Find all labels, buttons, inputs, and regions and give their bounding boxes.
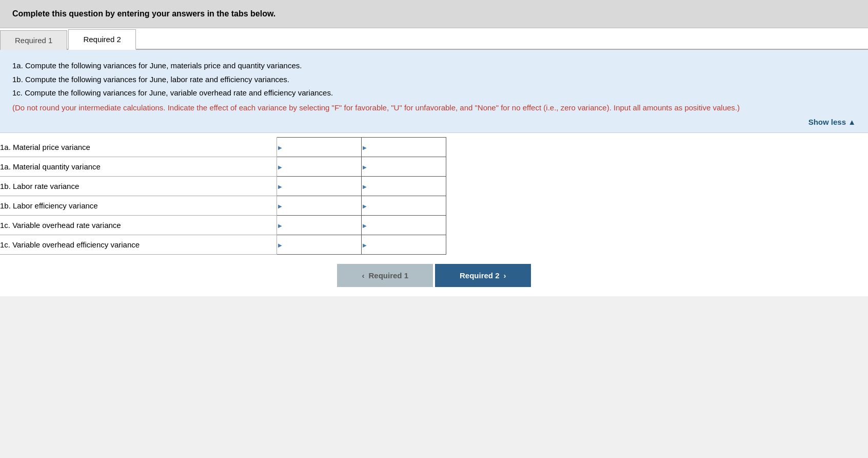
variance-effect-cell-5[interactable]: ▶ [362,235,446,255]
prev-button[interactable]: ‹ Required 1 [337,264,433,287]
cell-arrow-icon: ▶ [363,164,367,169]
row-label-1: 1a. Material quantity variance [0,157,277,177]
variance-effect-cell-0[interactable]: ▶ [362,138,446,157]
instruction-line-3: 1c. Compute the following variances for … [12,87,856,99]
variance-effect-cell-3[interactable]: ▶ [362,196,446,216]
table-row: 1c. Variable overhead efficiency varianc… [0,235,446,255]
next-button[interactable]: Required 2 › [435,264,531,287]
prev-arrow-icon: ‹ [362,271,364,280]
instruction-box: 1a. Compute the following variances for … [0,50,868,133]
row-label-2: 1b. Labor rate variance [0,177,277,196]
variance-amount-input-4[interactable] [277,216,361,235]
variance-amount-cell-2[interactable]: ▶ [277,177,362,196]
variance-effect-input-5[interactable] [362,235,446,254]
table-row: 1c. Variable overhead rate variance▶▶ [0,216,446,235]
variance-effect-input-0[interactable] [362,138,446,157]
prev-button-label: Required 1 [368,271,408,280]
table-row: 1b. Labor rate variance▶▶ [0,177,446,196]
content-area: 1a. Material price variance▶▶1a. Materia… [0,133,868,296]
row-label-3: 1b. Labor efficiency variance [0,196,277,216]
row-label-5: 1c. Variable overhead efficiency varianc… [0,235,277,255]
variance-effect-input-3[interactable] [362,196,446,215]
instruction-warning: (Do not round your intermediate calculat… [12,102,856,114]
variance-effect-input-4[interactable] [362,216,446,235]
cell-arrow-icon: ▶ [278,203,282,208]
variance-effect-input-1[interactable] [362,157,446,176]
table-row: 1a. Material price variance▶▶ [0,138,446,157]
cell-arrow-icon: ▶ [278,164,282,169]
variance-amount-input-3[interactable] [277,196,361,215]
row-label-0: 1a. Material price variance [0,138,277,157]
tabs-bar: Required 1 Required 2 [0,28,868,50]
cell-arrow-icon: ▶ [363,242,367,247]
variance-effect-input-2[interactable] [362,177,446,196]
tab-required-1[interactable]: Required 1 [0,30,67,50]
cell-arrow-icon: ▶ [363,203,367,208]
variance-amount-input-0[interactable] [277,138,361,157]
table-row: 1a. Material quantity variance▶▶ [0,157,446,177]
cell-arrow-icon: ▶ [278,222,282,228]
next-arrow-icon: › [504,271,506,280]
variance-amount-input-1[interactable] [277,157,361,176]
variance-table: 1a. Material price variance▶▶1a. Materia… [0,137,446,255]
variance-amount-cell-4[interactable]: ▶ [277,216,362,235]
variance-effect-cell-4[interactable]: ▶ [362,216,446,235]
variance-amount-cell-1[interactable]: ▶ [277,157,362,177]
show-less-button[interactable]: Show less ▲ [12,118,856,126]
cell-arrow-icon: ▶ [363,144,367,150]
variance-amount-input-5[interactable] [277,235,361,254]
variance-amount-cell-0[interactable]: ▶ [277,138,362,157]
variance-amount-cell-5[interactable]: ▶ [277,235,362,255]
cell-arrow-icon: ▶ [363,222,367,228]
cell-arrow-icon: ▶ [363,183,367,189]
nav-buttons: ‹ Required 1 Required 2 › [0,255,868,296]
tab-required-2[interactable]: Required 2 [68,29,135,50]
variance-effect-cell-1[interactable]: ▶ [362,157,446,177]
cell-arrow-icon: ▶ [278,183,282,189]
variance-amount-input-2[interactable] [277,177,361,196]
row-label-4: 1c. Variable overhead rate variance [0,216,277,235]
banner-instruction: Complete this question by entering your … [12,9,275,18]
table-wrapper: 1a. Material price variance▶▶1a. Materia… [0,133,868,255]
next-button-label: Required 2 [460,271,500,280]
variance-amount-cell-3[interactable]: ▶ [277,196,362,216]
variance-effect-cell-2[interactable]: ▶ [362,177,446,196]
cell-arrow-icon: ▶ [278,144,282,150]
instruction-line-2: 1b. Compute the following variances for … [12,74,856,86]
cell-arrow-icon: ▶ [278,242,282,247]
table-row: 1b. Labor efficiency variance▶▶ [0,196,446,216]
instruction-line-1: 1a. Compute the following variances for … [12,60,856,72]
top-banner: Complete this question by entering your … [0,0,868,28]
